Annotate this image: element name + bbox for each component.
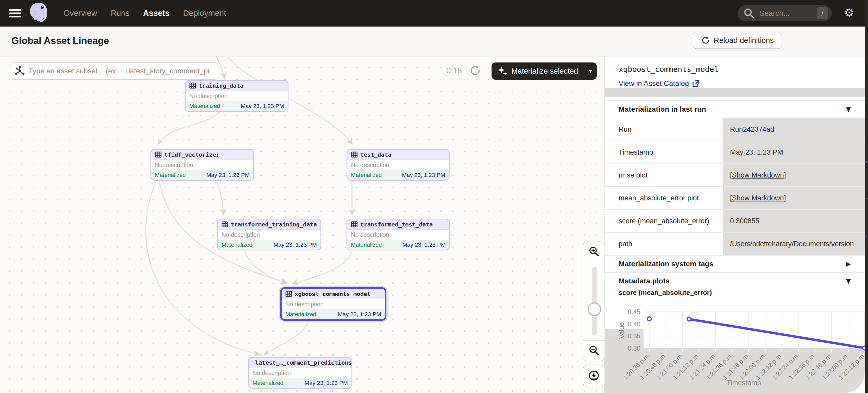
zoom-in-button[interactable] xyxy=(583,242,604,261)
asset-description: No description xyxy=(151,160,253,170)
asset-node-latest_…_comment_predictions[interactable]: latest_…_comment_predictions No descript… xyxy=(248,357,352,389)
table-row-Timestamp: TimestampMay 23, 1:23 PM xyxy=(604,140,865,163)
chart-canvas: 0.450.400.350.30Value1:20:36 p.m.1:20:48… xyxy=(604,299,865,393)
search-shortcut-badge: / xyxy=(817,7,828,19)
top-nav: Overview Runs Assets Deployment Search..… xyxy=(0,0,868,27)
asset-node-footer: Materialized May 23, 1:23 PM xyxy=(186,101,288,111)
nav-deployment[interactable]: Deployment xyxy=(183,9,226,18)
expand-caret-icon[interactable]: ▶ xyxy=(846,260,851,267)
asset-node-footer: Materialized May 23, 1:23 PM xyxy=(151,170,253,180)
nav-overview[interactable]: Overview xyxy=(64,9,97,18)
zoom-slider-handle[interactable] xyxy=(588,302,601,316)
metadata-link[interactable]: [Show Markdown] xyxy=(730,194,786,202)
nav-runs[interactable]: Runs xyxy=(111,9,129,18)
metadata-link[interactable]: [Show Markdown] xyxy=(730,171,786,179)
asset-node-test_data[interactable]: test_data No description Materialized Ma… xyxy=(346,149,450,181)
materialized-status: Materialized xyxy=(351,172,382,178)
view-in-asset-catalog-link[interactable]: View in Asset Catalog xyxy=(619,79,700,88)
asset-description: No description xyxy=(218,230,320,240)
metadata-key: mean_absolute_error plot xyxy=(604,187,722,209)
materialized-timestamp: May 23, 1:23 PM xyxy=(305,380,348,387)
section-label: Materialization in last run xyxy=(619,105,706,113)
refresh-icon xyxy=(701,36,710,45)
table-icon xyxy=(222,221,228,228)
metadata-link[interactable]: /Users/odetteharary/Documents/version xyxy=(730,240,854,248)
asset-node-transformed_training_data[interactable]: transformed_training_data No description… xyxy=(217,219,321,250)
materialized-timestamp: May 23, 1:23 PM xyxy=(403,241,446,248)
page-header: Global Asset Lineage Reload definitions xyxy=(0,27,868,57)
download-graph-button[interactable] xyxy=(583,365,605,387)
section-materialization-system-tags[interactable]: Materialization system tags ▶ xyxy=(604,255,865,272)
materialize-selected-button[interactable]: Materialize selected ▾ xyxy=(492,62,597,79)
asset-node-tfidf_vectorizer[interactable]: tfidf_vectorizer No description Material… xyxy=(151,149,254,181)
menu-icon[interactable] xyxy=(9,9,21,18)
table-icon xyxy=(155,151,162,158)
asset-title: xgboost_comments_model xyxy=(619,65,719,74)
run-id-link[interactable]: 242374ad xyxy=(743,126,774,133)
dagster-logo-icon[interactable] xyxy=(28,2,50,25)
metadata-value: [Show Markdown] xyxy=(722,164,865,186)
asset-name: latest_…_comment_predictions xyxy=(255,359,352,366)
nav-assets[interactable]: Assets xyxy=(143,9,170,18)
data-point xyxy=(687,317,691,321)
zoom-in-icon xyxy=(588,245,600,257)
asset-subset-input[interactable]: Type an asset subset... (ex: ++latest_st… xyxy=(10,62,218,79)
view-in-asset-catalog-label: View in Asset Catalog xyxy=(619,79,689,88)
svg-text:0.45: 0.45 xyxy=(628,308,641,316)
materialized-timestamp: May 23, 1:23 PM xyxy=(402,172,445,178)
asset-node-footer: Materialized May 23, 1:23 PM xyxy=(282,310,385,319)
data-point xyxy=(648,317,651,321)
asset-node-footer: Materialized May 23, 1:23 PM xyxy=(347,240,450,250)
svg-text:0.35: 0.35 xyxy=(628,332,641,340)
asset-node-header: test_data xyxy=(347,150,449,160)
asset-node-header: latest_…_comment_predictions xyxy=(249,358,351,368)
section-label: Materialization system tags xyxy=(619,260,713,268)
zoom-slider-track[interactable] xyxy=(592,267,597,335)
asset-node-footer: Materialized May 23, 1:23 PM xyxy=(218,240,320,250)
asset-detail-panel: xgboost_comments_model View in Asset Cat… xyxy=(604,57,865,393)
background-window-edge xyxy=(865,0,868,393)
asset-description: No description xyxy=(347,160,449,170)
reload-definitions-label: Reload definitions xyxy=(714,36,774,45)
settings-gear-icon[interactable]: ⚙ xyxy=(844,6,854,19)
metadata-value: Run 242374ad xyxy=(722,118,865,140)
asset-name: training_data xyxy=(199,83,243,89)
asset-node-transformed_test_data[interactable]: transformed_test_data No description Mat… xyxy=(346,219,450,250)
table-icon xyxy=(351,151,358,158)
asset-subset-placeholder: Type an asset subset... (ex: ++latest_st… xyxy=(29,67,210,75)
materialized-status: Materialized xyxy=(285,311,316,318)
svg-text:0.40: 0.40 xyxy=(628,320,641,328)
asset-name: test_data xyxy=(360,152,391,158)
metadata-plot-title: score (mean_absolute_error) xyxy=(619,289,712,297)
table-icon xyxy=(285,290,292,297)
graph-refresh-icon[interactable] xyxy=(469,65,481,77)
table-row-rmse-plot: rmse plot[Show Markdown] xyxy=(604,163,865,186)
metadata-value: 0.300855 xyxy=(722,210,865,232)
collapse-caret-icon[interactable]: ▼ xyxy=(846,277,851,285)
materialized-status: Materialized xyxy=(189,103,220,109)
zoom-slider[interactable] xyxy=(583,261,604,340)
asset-node-footer: Materialized May 23, 1:23 PM xyxy=(347,170,449,180)
asset-name: transformed_test_data xyxy=(360,221,433,228)
table-row-score-mean-absolute-error-: score (mean_absolute_error)0.300855 xyxy=(604,209,865,232)
section-metadata-plots[interactable]: Metadata plots ▼ xyxy=(604,272,865,289)
metadata-key: rmse plot xyxy=(604,164,722,186)
reload-definitions-button[interactable]: Reload definitions xyxy=(693,32,782,49)
collapse-caret-icon[interactable]: ▼ xyxy=(846,106,851,113)
asset-node-xgboost_comments_model[interactable]: xgboost_comments_model No description Ma… xyxy=(280,287,386,321)
last-run-metadata-table: RunRun 242374adTimestampMay 23, 1:23 PMr… xyxy=(604,118,865,255)
materialized-status: Materialized xyxy=(222,241,252,248)
asset-description: No description xyxy=(347,230,450,240)
asset-name: tfidf_vectorizer xyxy=(164,152,219,158)
search-input[interactable]: Search... / xyxy=(738,5,832,21)
table-row-path: path/Users/odetteharary/Documents/versio… xyxy=(604,232,865,255)
asset-node-training_data[interactable]: training_data No description Materialize… xyxy=(185,80,288,112)
asset-description: No description xyxy=(249,368,351,379)
materialize-dropdown-caret-icon[interactable]: ▾ xyxy=(589,68,592,74)
sparkle-icon xyxy=(497,65,508,77)
asset-node-header: transformed_test_data xyxy=(347,220,450,230)
section-materialization-in-last-run[interactable]: Materialization in last run ▼ xyxy=(604,100,865,118)
search-placeholder: Search... xyxy=(760,9,817,18)
score-line-chart[interactable]: 0.450.400.350.30Value1:20:36 p.m.1:20:48… xyxy=(604,299,865,393)
zoom-out-button[interactable] xyxy=(583,340,604,360)
